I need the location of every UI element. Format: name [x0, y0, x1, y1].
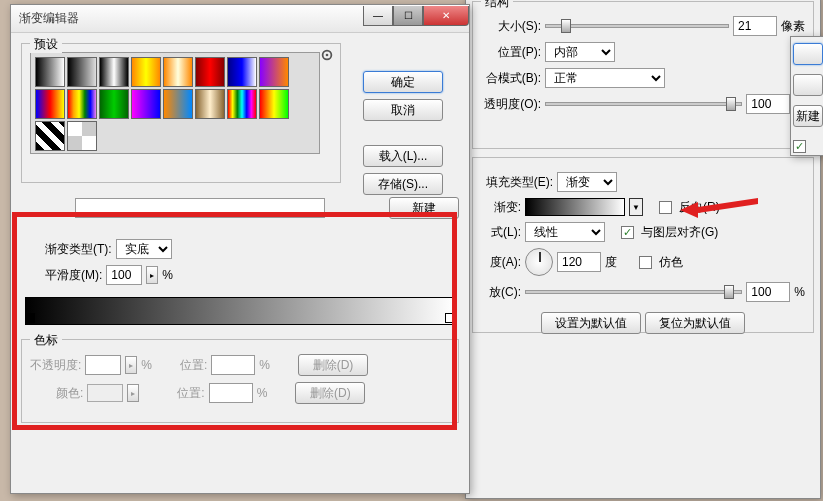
size-label: 大小(S):	[481, 18, 541, 35]
preset-swatch[interactable]	[259, 57, 289, 87]
edge-checkbox[interactable]	[793, 140, 806, 153]
stop-opacity-input	[85, 355, 121, 375]
preset-swatch[interactable]	[67, 57, 97, 87]
struct-title: 结构	[481, 0, 513, 11]
gradtype-label: 渐变类型(T):	[45, 241, 112, 258]
new-button[interactable]: 新建	[793, 105, 823, 127]
preset-swatch[interactable]	[227, 57, 257, 87]
style-select[interactable]: 线性	[525, 222, 605, 242]
gradient-label: 渐变:	[481, 199, 521, 216]
window-title: 渐变编辑器	[19, 10, 363, 27]
color-stop-left[interactable]	[25, 313, 35, 323]
preset-swatch[interactable]	[195, 89, 225, 119]
gear-icon[interactable]	[320, 48, 334, 62]
svg-point-1	[326, 54, 329, 57]
delete-color-stop-button: 删除(D)	[295, 382, 365, 404]
stops-label: 色标	[30, 332, 62, 349]
filltype-label: 填充类型(E):	[481, 174, 553, 191]
ok-button[interactable]: 确定	[363, 71, 443, 93]
style-label: 式(L):	[481, 224, 521, 241]
blend-label: 合模式(B):	[481, 70, 541, 87]
preset-swatch[interactable]	[99, 89, 129, 119]
opacity-input[interactable]	[746, 94, 790, 114]
stop-color-swatch	[87, 384, 123, 402]
preset-swatch[interactable]	[35, 89, 65, 119]
stop-loc1-label: 位置:	[180, 357, 207, 374]
size-slider[interactable]	[545, 24, 729, 28]
gradtype-select[interactable]: 实底	[116, 239, 172, 259]
opacity-slider[interactable]	[545, 102, 742, 106]
stop-color-label: 颜色:	[56, 385, 83, 402]
gradient-swatch[interactable]	[525, 198, 625, 216]
maximize-button[interactable]: ☐	[393, 6, 423, 26]
edge-btn-1[interactable]	[793, 43, 823, 65]
presets-label: 预设	[30, 36, 62, 53]
delete-opacity-stop-button: 删除(D)	[298, 354, 368, 376]
reverse-label: 反向(R)	[679, 199, 720, 216]
size-unit: 像素	[781, 18, 805, 35]
gradient-bar[interactable]	[25, 297, 455, 325]
scale-input[interactable]	[746, 282, 790, 302]
cancel-button[interactable]: 取消	[363, 99, 443, 121]
align-checkbox[interactable]	[621, 226, 634, 239]
reset-default-button[interactable]: 复位为默认值	[645, 312, 745, 334]
position-label: 位置(P):	[481, 44, 541, 61]
close-button[interactable]: ✕	[423, 6, 469, 26]
angle-dial[interactable]	[525, 248, 553, 276]
preset-swatch[interactable]	[35, 121, 65, 151]
titlebar[interactable]: 渐变编辑器 — ☐ ✕	[11, 5, 469, 33]
stop-loc1-input	[211, 355, 255, 375]
preset-swatch[interactable]	[195, 57, 225, 87]
smooth-label: 平滑度(M):	[45, 267, 102, 284]
load-button[interactable]: 载入(L)...	[363, 145, 443, 167]
stop-opacity-label: 不透明度:	[30, 357, 81, 374]
preset-swatch[interactable]	[227, 89, 257, 119]
preset-swatch[interactable]	[259, 89, 289, 119]
filltype-select[interactable]: 渐变	[557, 172, 617, 192]
layer-style-dialog: 结构 大小(S): 像素 位置(P): 内部 合模式(B): 正常 透明度(O)…	[465, 0, 821, 499]
dither-label: 仿色	[659, 254, 683, 271]
stop-color-stepper: ▸	[127, 384, 139, 402]
make-default-button[interactable]: 设置为默认值	[541, 312, 641, 334]
smooth-input[interactable]	[106, 265, 142, 285]
preset-swatch[interactable]	[99, 57, 129, 87]
preset-swatch[interactable]	[131, 89, 161, 119]
gradient-dropdown[interactable]: ▼	[629, 198, 643, 216]
blend-select[interactable]: 正常	[545, 68, 665, 88]
color-stop-right[interactable]	[445, 313, 455, 323]
gradient-name-input[interactable]	[75, 198, 325, 218]
smooth-stepper[interactable]: ▸	[146, 266, 158, 284]
presets-grid[interactable]	[30, 52, 320, 154]
preset-swatch[interactable]	[67, 121, 97, 151]
scale-label: 放(C):	[481, 284, 521, 301]
edge-btn-2[interactable]	[793, 74, 823, 96]
position-select[interactable]: 内部	[545, 42, 615, 62]
right-panel-edge: 新建	[790, 36, 823, 156]
size-input[interactable]	[733, 16, 777, 36]
reverse-checkbox[interactable]	[659, 201, 672, 214]
preset-swatch[interactable]	[67, 89, 97, 119]
gradient-editor-dialog: 渐变编辑器 — ☐ ✕ 确定 取消 载入(L)... 存储(S)... 预设 新…	[10, 4, 470, 494]
angle-input[interactable]	[557, 252, 601, 272]
dither-checkbox[interactable]	[639, 256, 652, 269]
opacity-label: 透明度(O):	[481, 96, 541, 113]
preset-swatch[interactable]	[163, 89, 193, 119]
preset-swatch[interactable]	[35, 57, 65, 87]
scale-slider[interactable]	[525, 290, 742, 294]
angle-label: 度(A):	[481, 254, 521, 271]
save-button[interactable]: 存储(S)...	[363, 173, 443, 195]
preset-swatch[interactable]	[131, 57, 161, 87]
stop-opacity-stepper: ▸	[125, 356, 137, 374]
stop-loc2-input	[209, 383, 253, 403]
minimize-button[interactable]: —	[363, 6, 393, 26]
stop-loc2-label: 位置:	[177, 385, 204, 402]
align-label: 与图层对齐(G)	[641, 224, 718, 241]
preset-swatch[interactable]	[163, 57, 193, 87]
